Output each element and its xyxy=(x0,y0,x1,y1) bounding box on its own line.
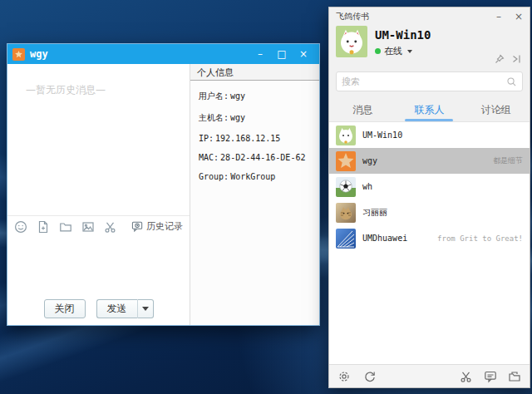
no-history-placeholder: —暂无历史消息— xyxy=(26,84,106,96)
messenger-title: 飞鸽传书 xyxy=(336,11,369,22)
maximize-button[interactable]: □ xyxy=(271,44,293,64)
tab-bar: 消息 联系人 讨论组 xyxy=(329,98,530,122)
profile-actions xyxy=(495,54,521,64)
send-button[interactable]: 发送 xyxy=(96,299,137,318)
search-box[interactable] xyxy=(336,71,523,91)
messenger-window-controls: – × xyxy=(496,7,523,26)
contact-signature: 都是细节 xyxy=(493,155,523,166)
search-input[interactable] xyxy=(342,76,506,87)
close-icon[interactable]: × xyxy=(515,7,523,26)
info-field-group: Group:WorkGroup xyxy=(199,172,319,181)
profile-info: UM-Win10 在线 xyxy=(375,26,431,67)
settings-gear-icon[interactable] xyxy=(337,370,351,383)
messenger-titlebar[interactable]: 飞鸽传书 – × xyxy=(329,7,530,26)
contact-signature: from Grit to Great! xyxy=(437,234,523,243)
info-field-hostname: 主机名:wgy xyxy=(199,112,319,124)
profile-name: UM-Win10 xyxy=(375,28,431,42)
scissors-icon[interactable] xyxy=(460,370,473,383)
window-controls: – □ × xyxy=(249,44,314,64)
tab-messages[interactable]: 消息 xyxy=(329,98,396,121)
history-record-button[interactable]: 历史记录 xyxy=(131,220,183,233)
chat-window-title: wgy xyxy=(30,48,48,60)
screenshot-scissors-icon[interactable] xyxy=(104,220,117,234)
blue-bridge-avatar xyxy=(336,229,356,249)
send-file-icon[interactable] xyxy=(37,220,50,234)
send-image-icon[interactable] xyxy=(81,220,95,234)
contact-name: UMDhuawei xyxy=(362,234,407,243)
chat-window: wgy – □ × —暂无历史消息— xyxy=(7,43,320,326)
starfish-app-icon xyxy=(12,48,25,61)
contact-row-wh[interactable]: wh xyxy=(329,174,530,199)
chevron-down-icon xyxy=(407,50,412,53)
minimize-button[interactable]: – xyxy=(249,44,271,64)
contact-name: UM-Win10 xyxy=(362,131,402,140)
pin-icon[interactable] xyxy=(495,54,505,64)
personal-info-panel: 个人信息 用户名:wgy 主机名:wgy IP:192.168.12.15 MA… xyxy=(190,64,319,325)
starfish-avatar xyxy=(336,151,356,171)
refresh-icon[interactable] xyxy=(363,370,377,383)
status-selector[interactable]: 在线 xyxy=(375,45,431,57)
emoji-icon[interactable] xyxy=(14,220,27,234)
status-label: 在线 xyxy=(384,45,402,57)
send-folder-icon[interactable] xyxy=(59,220,72,234)
info-panel-header: 个人信息 xyxy=(190,64,319,81)
info-field-mac: MAC:28-D2-44-16-DE-62 xyxy=(199,153,319,162)
tab-groups[interactable]: 讨论组 xyxy=(463,98,530,121)
send-options-caret[interactable] xyxy=(137,299,154,318)
kitten-avatar xyxy=(336,203,356,223)
info-field-ip: IP:192.168.12.15 xyxy=(199,134,319,143)
contact-name: 习丽丽 xyxy=(362,207,387,219)
close-chat-button[interactable]: 关闭 xyxy=(44,299,86,318)
contact-row-umdhuawei[interactable]: UMDhuawei from Grit to Great! xyxy=(329,225,530,251)
expand-panel-icon[interactable] xyxy=(511,54,521,64)
history-record-label: 历史记录 xyxy=(146,220,183,233)
lucky-cat-avatar xyxy=(336,126,356,145)
message-history-area[interactable]: —暂无历史消息— xyxy=(7,64,190,215)
history-bubble-icon xyxy=(131,220,144,233)
info-fields: 用户名:wgy 主机名:wgy IP:192.168.12.15 MAC:28-… xyxy=(190,81,319,191)
folder-icon[interactable] xyxy=(508,370,521,383)
message-input-area[interactable] xyxy=(7,237,190,297)
contact-row-wgy[interactable]: wgy 都是细节 xyxy=(329,148,530,174)
chat-button-row: 关闭 发送 xyxy=(7,297,190,325)
contact-name: wh xyxy=(362,182,372,191)
minimize-button[interactable]: – xyxy=(496,7,501,26)
contact-name: wgy xyxy=(362,156,377,165)
contact-list: UM-Win10 wgy 都是细节 wh xyxy=(329,122,530,364)
info-field-username: 用户名:wgy xyxy=(199,91,319,102)
search-icon xyxy=(506,76,517,87)
profile-avatar[interactable] xyxy=(336,26,367,57)
contact-row-um-win10[interactable]: UM-Win10 xyxy=(329,122,530,148)
soccer-ball-avatar xyxy=(336,177,356,197)
chat-titlebar[interactable]: wgy – □ × xyxy=(7,44,319,64)
send-split-button: 发送 xyxy=(96,299,154,318)
chat-bubble-icon[interactable] xyxy=(484,370,497,383)
messenger-bottombar xyxy=(329,364,530,387)
online-status-dot xyxy=(375,48,381,54)
chat-toolbar: 历史记录 xyxy=(7,215,190,237)
messenger-window: 飞鸽传书 – × UM-Win10 在线 xyxy=(328,7,530,388)
chevron-down-icon xyxy=(142,307,149,311)
contact-row-xilili[interactable]: 习丽丽 xyxy=(329,199,530,225)
profile-section: UM-Win10 在线 xyxy=(329,26,530,67)
tab-contacts[interactable]: 联系人 xyxy=(396,98,462,121)
close-icon[interactable]: × xyxy=(293,44,314,64)
